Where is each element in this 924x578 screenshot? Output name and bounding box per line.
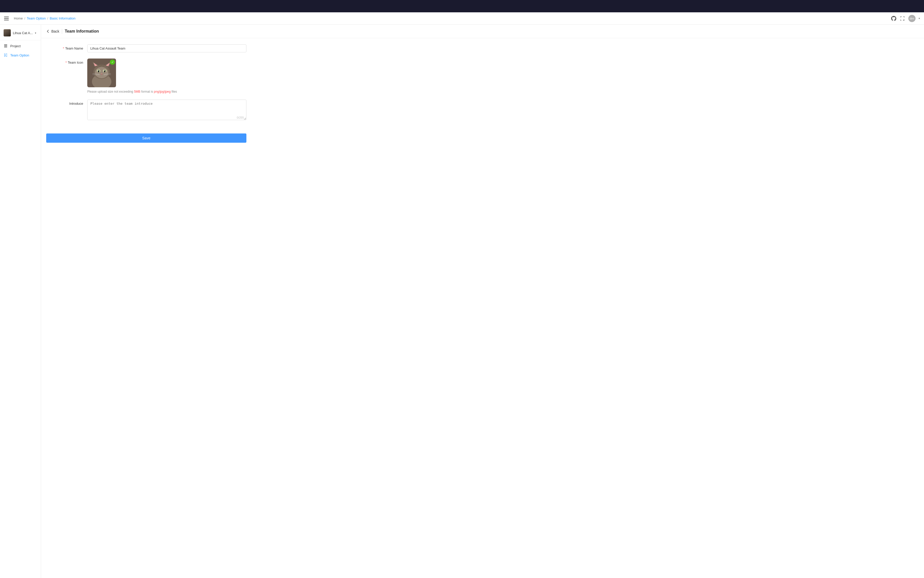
sidebar-item-team-option-label: Team Option xyxy=(10,54,29,57)
team-icon-upload[interactable]: ✓ xyxy=(87,58,116,87)
svg-rect-2 xyxy=(4,47,7,47)
save-btn-wrap: Save xyxy=(41,133,252,149)
sidebar-team-chevron: ▾ xyxy=(35,32,36,34)
sidebar: Lihua Cat A... ▾ Project xyxy=(0,24,41,578)
introduce-label: Introduce xyxy=(46,100,87,106)
svg-rect-0 xyxy=(4,44,7,45)
menu-icon[interactable] xyxy=(4,17,9,20)
breadcrumb-basic-info[interactable]: Basic Information xyxy=(50,16,75,20)
char-count: 0/255 xyxy=(237,116,244,119)
sidebar-item-team-option[interactable]: Team Option xyxy=(0,50,41,60)
sidebar-team-name: Lihua Cat A... xyxy=(13,31,33,35)
topbar xyxy=(0,0,924,12)
breadcrumb-sep-1: / xyxy=(24,16,25,20)
svg-point-22 xyxy=(104,70,105,71)
sidebar-team[interactable]: Lihua Cat A... ▾ xyxy=(0,27,41,39)
github-icon[interactable] xyxy=(891,16,896,21)
breadcrumb: Home / Team Option / Basic Information xyxy=(14,16,75,20)
team-name-label: *Team Name xyxy=(46,44,87,50)
svg-rect-6 xyxy=(6,54,7,54)
header-left: Home / Team Option / Basic Information xyxy=(4,16,75,20)
sidebar-team-avatar xyxy=(3,29,11,36)
user-chevron[interactable]: ▾ xyxy=(919,17,920,20)
header-right: dim ▾ xyxy=(891,15,920,22)
svg-rect-1 xyxy=(4,46,7,47)
form-area: *Team Name *Team Icon xyxy=(41,38,252,133)
team-name-required: * xyxy=(63,47,64,50)
form-row-team-name: *Team Name xyxy=(46,44,247,52)
svg-rect-5 xyxy=(4,56,5,57)
team-icon-required: * xyxy=(65,60,67,65)
upload-hint: Please upload size not exceeding 5MB for… xyxy=(87,90,247,93)
breadcrumb-sep-2: / xyxy=(47,16,48,20)
svg-point-20 xyxy=(104,70,106,72)
user-initials: dim xyxy=(909,17,914,20)
settings-icon xyxy=(3,53,8,57)
content-area: Back Team Information *Team Name *Team I… xyxy=(41,24,924,578)
breadcrumb-home[interactable]: Home xyxy=(14,16,23,20)
team-name-control xyxy=(87,44,247,52)
introduce-control: 0/255 xyxy=(87,100,247,121)
svg-point-16 xyxy=(95,67,108,78)
svg-point-19 xyxy=(98,70,99,72)
back-label: Back xyxy=(51,29,59,33)
user-avatar[interactable]: dim xyxy=(908,15,916,22)
team-icon-control: ✓ Please upload size not exceeding 5MB f… xyxy=(87,58,247,93)
list-icon xyxy=(3,44,8,48)
textarea-wrap: 0/255 xyxy=(87,100,247,121)
page-title: Team Information xyxy=(65,29,99,34)
team-icon-label: *Team Icon xyxy=(46,58,87,65)
form-row-introduce: Introduce 0/255 xyxy=(46,100,247,121)
save-button[interactable]: Save xyxy=(46,133,247,143)
team-name-input[interactable] xyxy=(87,44,247,52)
svg-point-21 xyxy=(98,70,99,71)
introduce-textarea[interactable] xyxy=(87,100,247,120)
main-layout: Lihua Cat A... ▾ Project xyxy=(0,24,924,578)
sidebar-item-project-label: Project xyxy=(10,44,21,48)
fullscreen-icon[interactable] xyxy=(900,16,905,21)
page-header: Back Team Information xyxy=(41,24,924,38)
header: Home / Team Option / Basic Information d… xyxy=(0,12,924,24)
svg-rect-8 xyxy=(6,56,7,57)
back-button[interactable]: Back xyxy=(46,29,59,33)
breadcrumb-team-option[interactable]: Team Option xyxy=(27,16,46,20)
svg-rect-4 xyxy=(4,55,6,55)
svg-rect-3 xyxy=(4,54,5,54)
form-row-team-icon: *Team Icon xyxy=(46,58,247,93)
upload-check-badge: ✓ xyxy=(110,60,115,65)
svg-rect-7 xyxy=(6,55,7,55)
sidebar-item-project[interactable]: Project xyxy=(0,41,41,50)
